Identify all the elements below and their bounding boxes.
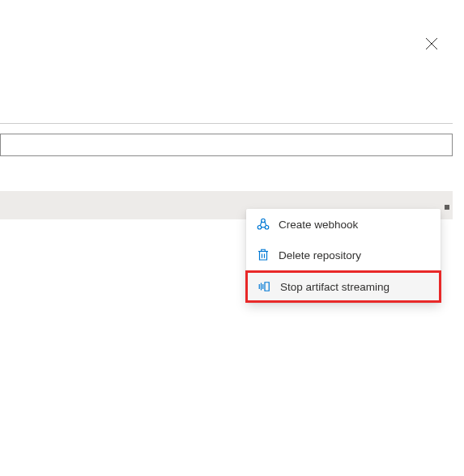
menu-item-label: Stop artifact streaming: [280, 281, 390, 293]
menu-item-label: Create webhook: [279, 219, 358, 231]
webhook-icon: [256, 217, 270, 232]
dropdown-indicator: [445, 205, 449, 210]
menu-item-create-webhook[interactable]: Create webhook: [246, 209, 441, 240]
svg-point-0: [258, 226, 262, 230]
trash-icon: [256, 248, 270, 262]
stream-stop-icon: [258, 279, 272, 294]
svg-point-1: [265, 226, 269, 230]
context-menu: Create webhook Delete repository Stop ar…: [246, 209, 441, 302]
close-button[interactable]: [422, 36, 441, 55]
close-icon: [425, 37, 438, 53]
menu-item-label: Delete repository: [279, 249, 361, 261]
menu-item-stop-artifact-streaming[interactable]: Stop artifact streaming: [245, 270, 441, 303]
text-input[interactable]: [0, 134, 453, 156]
divider: [0, 123, 453, 124]
menu-item-delete-repository[interactable]: Delete repository: [246, 240, 441, 270]
